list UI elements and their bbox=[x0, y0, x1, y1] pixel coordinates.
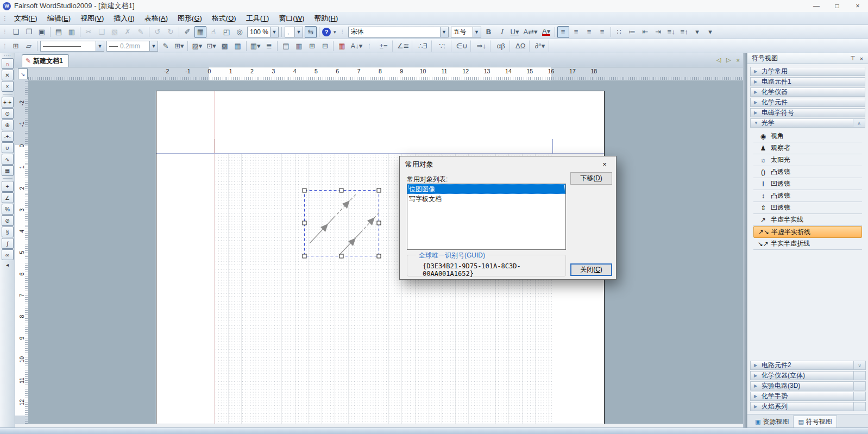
toolbar-options-button[interactable]: ▾ bbox=[705, 26, 716, 38]
category-chem-gestures[interactable]: ▶ 化学手势 bbox=[750, 392, 866, 401]
zoom-combo[interactable]: 100 % ▼ bbox=[247, 27, 279, 37]
italic-button[interactable]: I bbox=[496, 26, 508, 38]
snap-center-button[interactable]: ⊙ bbox=[2, 108, 14, 119]
borders-button[interactable]: ⊞▾ bbox=[173, 40, 185, 52]
pan-button[interactable]: ☝ bbox=[207, 26, 219, 38]
math-plusequal-button[interactable]: ±= bbox=[374, 40, 393, 52]
snap-tangent-button[interactable]: ∿ bbox=[2, 154, 14, 165]
snap-midpoint-button[interactable]: -+- bbox=[2, 131, 14, 142]
category-circuit-1[interactable]: ▶ 电路元件1 bbox=[750, 77, 865, 86]
minimize-button[interactable]: — bbox=[806, 0, 827, 12]
copy-button[interactable]: ❑ bbox=[96, 26, 108, 38]
chevron-down-icon[interactable]: ▼ bbox=[440, 27, 448, 37]
open-button[interactable]: ❐ bbox=[23, 26, 35, 38]
scroll-down-icon[interactable] bbox=[853, 382, 865, 390]
menu-window[interactable]: 窗口(W) bbox=[274, 12, 309, 25]
panel-splitter[interactable] bbox=[743, 53, 747, 427]
list-item-bitmap-image[interactable]: 位图图像 bbox=[407, 184, 565, 194]
snap-percent-button[interactable]: % bbox=[2, 204, 14, 215]
menu-help[interactable]: 帮助(H) bbox=[309, 12, 343, 25]
line-style-combo[interactable]: ▼ bbox=[40, 41, 104, 52]
insert-table-button[interactable]: ▦▾ bbox=[249, 40, 262, 52]
move-down-button[interactable]: 下移(D) bbox=[570, 172, 612, 185]
category-mechanics[interactable]: ▶ 力学常用 bbox=[750, 67, 865, 76]
scroll-up-icon[interactable]: ∧ bbox=[853, 119, 865, 127]
font-size-combo[interactable]: 五号 ▼ bbox=[451, 27, 481, 37]
hatch-dense-button[interactable]: ▩ bbox=[219, 40, 231, 52]
scroll-down-icon[interactable] bbox=[853, 392, 865, 400]
underline-button[interactable]: U▾ bbox=[509, 26, 521, 38]
math-therefore-button[interactable]: ∴∃ bbox=[413, 40, 432, 52]
maximize-button[interactable]: □ bbox=[827, 0, 847, 12]
line-width-combo[interactable]: 0.2mm ▼ bbox=[106, 41, 158, 52]
math-arrow-button[interactable]: ⇒↓ bbox=[472, 40, 490, 52]
snap-point-button[interactable]: + bbox=[2, 181, 14, 192]
document-tab[interactable]: ✎ 新建文档1 bbox=[22, 54, 69, 67]
math-element-button[interactable]: ∈∪ bbox=[452, 40, 471, 52]
item-observer[interactable]: ♟ 观察者 bbox=[753, 142, 862, 154]
snap-grid-button[interactable]: ▦ bbox=[2, 165, 14, 176]
item-convex-lens[interactable]: () 凸透镜 bbox=[753, 166, 862, 178]
text-frame-button[interactable]: ⊡▾ bbox=[205, 40, 217, 52]
category-chem-instruments[interactable]: ▶ 化学仪器 bbox=[750, 87, 865, 97]
numbering-button[interactable]: ≔ bbox=[626, 26, 638, 38]
bullets-button[interactable]: ∷ bbox=[613, 26, 625, 38]
align-left-button[interactable]: ≡ bbox=[557, 26, 569, 38]
spacing-decrease-button[interactable]: ≡↓ bbox=[665, 26, 677, 38]
close-button[interactable]: × bbox=[847, 0, 868, 12]
menu-document[interactable]: 文档(F) bbox=[9, 12, 42, 25]
tab-scroll-left-button[interactable]: ◁ bbox=[714, 56, 724, 64]
item-half-solid-dashed-polyline[interactable]: ↘↗ 半实半虚折线 bbox=[753, 238, 862, 250]
style-combo[interactable]: , ▼ bbox=[285, 27, 303, 37]
item-half-dashed-solid-line[interactable]: ↗ 半虚半实线 bbox=[753, 214, 862, 226]
align-justify-button[interactable]: ≡ bbox=[596, 26, 608, 38]
snap-loop-button[interactable]: ∞ bbox=[2, 249, 14, 260]
menu-table[interactable]: 表格(A) bbox=[140, 12, 173, 25]
chevron-down-icon[interactable]: ▼ bbox=[270, 27, 278, 37]
chevron-down-icon[interactable]: ▼ bbox=[294, 27, 303, 37]
zoom-rect-button[interactable]: ◰ bbox=[221, 26, 232, 38]
wrap-button[interactable]: ⇆ bbox=[305, 26, 317, 38]
snap-quadrant-button[interactable]: ⊕ bbox=[2, 119, 14, 130]
paste-button[interactable]: ▧ bbox=[109, 26, 121, 38]
region-edit-button[interactable]: ⊞ bbox=[10, 40, 22, 52]
item-half-dashed-solid-polyline[interactable]: ↗↘ 半虚半实折线 bbox=[753, 226, 862, 238]
tab-close-button[interactable]: × bbox=[734, 57, 743, 64]
category-chem-instruments-3d[interactable]: ▶ 化学仪器(立体) bbox=[750, 371, 866, 380]
undo-button[interactable]: ↺ bbox=[152, 26, 163, 38]
category-optics[interactable]: ▼ 光学 ∧ bbox=[750, 118, 865, 128]
math-angle-button[interactable]: ∠≅ bbox=[394, 40, 412, 52]
math-because-button[interactable]: ∵: bbox=[433, 40, 451, 52]
tab-symbol-view[interactable]: ▤ 符号视图 bbox=[793, 416, 836, 427]
menu-edit[interactable]: 编辑(E) bbox=[42, 12, 76, 25]
split-cells-button[interactable]: ⊟ bbox=[319, 40, 331, 52]
zoom-button[interactable]: ◎ bbox=[234, 26, 246, 38]
math-greek-button[interactable]: αβ bbox=[492, 40, 510, 52]
chevron-down-icon[interactable]: ▾ bbox=[332, 29, 338, 35]
snap-perpendicular-button[interactable]: ⊘ bbox=[2, 215, 14, 226]
print-button[interactable]: ▤ bbox=[53, 26, 65, 38]
insert-row-button[interactable]: ▤ bbox=[280, 40, 292, 52]
char-scale-button[interactable]: A⇄▾ bbox=[522, 26, 539, 38]
panel-close-icon[interactable]: × bbox=[857, 54, 866, 63]
menu-graphics[interactable]: 图形(G) bbox=[173, 12, 207, 25]
redo-button[interactable]: ↻ bbox=[165, 26, 177, 38]
object-listbox[interactable]: 位图图像写字板文档 bbox=[407, 184, 566, 250]
item-concave-lens-symbol[interactable]: ⇕ 凹透镜 bbox=[753, 202, 862, 214]
merge-cells-button[interactable]: ⊞ bbox=[306, 40, 318, 52]
edit-points-button[interactable]: ✐ bbox=[181, 26, 193, 38]
scroll-down-icon[interactable] bbox=[853, 372, 865, 380]
snap-endpoint-button[interactable]: +-+ bbox=[2, 97, 14, 108]
item-view-angle[interactable]: ◉ 视角 bbox=[753, 130, 862, 142]
print-preview-button[interactable]: ▥ bbox=[66, 26, 78, 38]
insert-column-button[interactable]: ▥ bbox=[293, 40, 305, 52]
menu-format[interactable]: 格式(O) bbox=[207, 12, 241, 25]
font-color-button[interactable]: A▾ bbox=[540, 26, 552, 38]
category-chem-elements[interactable]: ▶ 化学元件 bbox=[750, 98, 865, 107]
sort-button[interactable]: A↓▾ bbox=[349, 40, 364, 52]
snap-off-button[interactable]: × bbox=[2, 81, 14, 92]
save-button[interactable]: ▣ bbox=[36, 26, 48, 38]
grid-toggle-button[interactable]: ▦ bbox=[194, 26, 206, 38]
font-name-combo[interactable]: 宋体 ▼ bbox=[348, 27, 449, 37]
category-flame-series[interactable]: ▶ 火焰系列 bbox=[750, 402, 866, 411]
